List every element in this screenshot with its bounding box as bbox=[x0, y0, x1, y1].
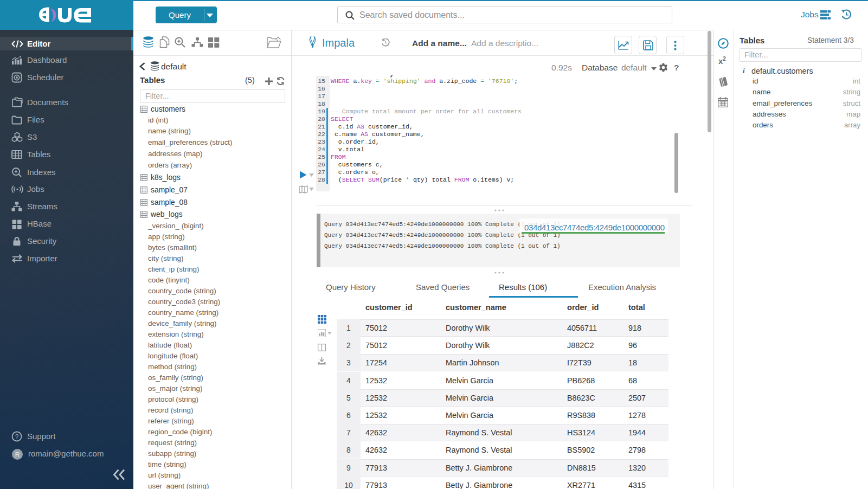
svg-text:?: ? bbox=[15, 433, 19, 441]
svg-text:R: R bbox=[15, 451, 20, 459]
